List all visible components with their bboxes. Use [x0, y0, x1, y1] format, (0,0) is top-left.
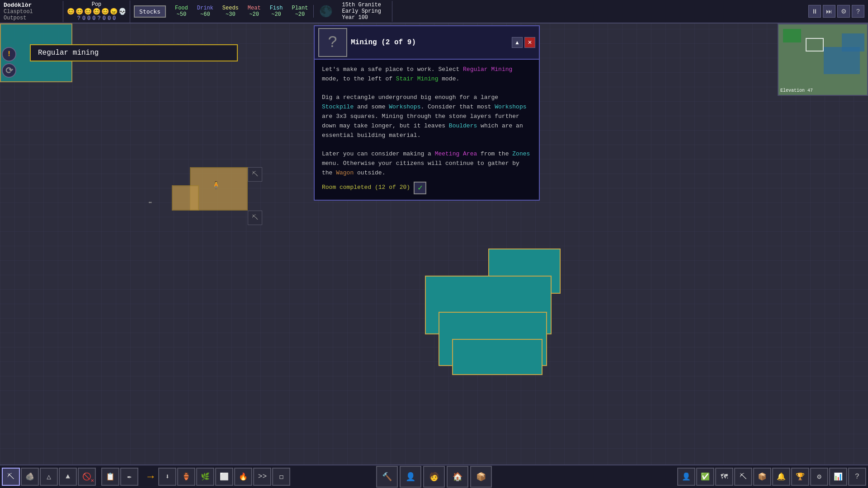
pickaxe-grid-2: ⛏ ⛏ ⛏ ⛏ ⛏ ⛏ ⛏ ⛏ [248, 211, 306, 239]
info-button[interactable]: ⟳ [2, 63, 16, 78]
plant-col: Plant ~20 [292, 5, 308, 18]
date-line3: Year 100 [342, 14, 368, 21]
stamp-tool-button[interactable]: 📋 [101, 468, 119, 486]
mood-row: 😊 😊 😊 😊 😊 😠 💀 [67, 8, 126, 15]
tutorial-controls: ▲ ✕ [512, 37, 535, 48]
toolbar-right: 👤 ✅ 🗺 ⛏ 📦 🔔 🏆 ⚙ 📊 ? [675, 468, 868, 486]
character-button[interactable]: 🧑 [423, 466, 445, 488]
fire-tool-button[interactable]: 🔥 [234, 468, 252, 486]
pickaxe-grid: ⛏ ⛏ ⛏ ⛏ ⛏ ⛏ ⛏ ⛏ ⛏ ⛏ ⛏ ⛏ [248, 167, 306, 211]
alert-button[interactable]: ! [2, 47, 16, 61]
stairs-tool-button[interactable]: ▲ [59, 468, 77, 486]
pop-num-3: 0 [87, 15, 90, 22]
fish-col: Fish ~20 [270, 5, 283, 18]
pop-num-4: 0 [92, 15, 95, 22]
drink-value: ~60 [200, 11, 210, 18]
minimap[interactable]: Elevation 47 [778, 23, 868, 96]
stocks-button[interactable]: Stocks [134, 5, 166, 18]
down-tool-button[interactable]: ⬇ [158, 468, 176, 486]
cancel-tool-button[interactable]: 🚫 [78, 468, 96, 486]
mood-icon-3: 😊 [84, 8, 92, 15]
highlight-workshops-1: Workshops [389, 103, 420, 110]
pickaxe-cell: ⛏ [248, 167, 262, 182]
inventory-button[interactable]: 📦 [470, 466, 492, 488]
fish-value: ~20 [271, 11, 281, 18]
meat-col: Meat ~20 [248, 5, 261, 18]
settlement-info: Dodóklòr Clasptool Outpost [0, 1, 63, 22]
bottom-toolbar: ⛏ 🪨 △ ▲ 🚫 📋 ✒ → ⬇ 🏺 🌿 ⬜ 🔥 >> ◻ 🔨 👤 🧑 🏠 📦… [0, 465, 868, 488]
tutorial-paragraph-3: Later you can consider making a Meeting … [322, 150, 532, 178]
pen-tool-button[interactable]: ✒ [120, 468, 138, 486]
meat-label: Meat [248, 5, 261, 11]
expand-tool-button[interactable]: >> [253, 468, 271, 486]
highlight-boulders: Boulders [449, 122, 477, 129]
mining-tool-button[interactable]: ⛏ [2, 468, 20, 486]
character-sprite: 🧍 [212, 181, 221, 190]
minimap-content: Elevation 47 [778, 24, 867, 95]
pause-button[interactable]: ⏸ [808, 5, 821, 18]
pop-num-2: 0 [82, 15, 85, 22]
erase-tool-button[interactable]: ◻ [272, 468, 290, 486]
side-nav: ! ⟳ [0, 45, 18, 80]
map-button[interactable]: 🗺 [715, 468, 733, 486]
stats-button[interactable]: 📊 [829, 468, 847, 486]
mining-label-text: Regular mining [38, 49, 99, 57]
tutorial-paragraph-1: Let's make a safe place to work. Select … [322, 65, 532, 84]
highlight-stair-mining: Stair Mining [396, 75, 439, 82]
tutorial-close-button[interactable]: ✕ [524, 37, 535, 48]
citizens-right-button[interactable]: 👤 [677, 468, 695, 486]
food-section: Food ~50 Drink ~60 Seeds ~30 Meat ~20 Fi… [170, 5, 314, 18]
mood-icon-7: 💀 [118, 8, 126, 15]
help-right-button[interactable]: ? [848, 468, 866, 486]
mood-icon-5: 😊 [101, 8, 109, 15]
achievements-button[interactable]: 🏆 [791, 468, 809, 486]
slope-tool-button[interactable]: △ [40, 468, 58, 486]
moon-icon: 🌑 [319, 5, 333, 18]
settings-button[interactable]: ⚙ [837, 5, 850, 18]
checkmark-button[interactable]: ✓ [414, 182, 426, 194]
tutorial-paragraph-2: Dig a rectangle underground big enough f… [322, 93, 532, 140]
carry-tool-button[interactable]: 🏺 [177, 468, 195, 486]
settings-right-button[interactable]: ⚙ [810, 468, 828, 486]
pop-num-8: 0 [113, 15, 116, 22]
colonist-button[interactable]: 👤 [400, 466, 421, 488]
tutorial-icon: ? [318, 28, 347, 57]
plant-tool-button[interactable]: 🌿 [196, 468, 214, 486]
seeds-col: Seeds ~30 [222, 5, 239, 18]
next-arrow-button[interactable]: → [147, 471, 154, 483]
date-line1: 15th Granite [342, 2, 381, 8]
room-completed-text: Room completed (12 of 20) [322, 183, 410, 192]
storage-button[interactable]: 📦 [753, 468, 771, 486]
tutorial-title: Mining (2 of 9) [351, 38, 512, 47]
hud-right-icons: ⏸ ⏭ ⚙ ? [808, 5, 868, 18]
stone-tool-button[interactable]: 🪨 [21, 468, 39, 486]
seeds-value: ~30 [226, 11, 236, 18]
build-button[interactable]: 🔨 [376, 466, 398, 488]
mood-icon-6: 😠 [110, 8, 118, 15]
highlight-zones: Zones [512, 150, 530, 157]
mining-label: Regular mining [30, 44, 238, 61]
pop-label: Pop [92, 1, 102, 8]
pickaxe-cell: ⛏ [248, 211, 262, 225]
pop-num-1: ? [77, 15, 80, 22]
top-hud: Dodóklòr Clasptool Outpost Pop 😊 😊 😊 😊 😊… [0, 0, 868, 23]
drink-col: Drink ~60 [197, 5, 213, 18]
help-button[interactable]: ? [852, 5, 864, 18]
date-line2: Early Spring [342, 8, 381, 14]
drink-label: Drink [197, 5, 213, 11]
pop-num-7: 0 [108, 15, 111, 22]
settlement-type: Clasptool [4, 9, 59, 15]
tutorial-body: Let's make a safe place to work. Select … [315, 60, 539, 200]
housing-button[interactable]: 🏠 [447, 466, 468, 488]
fish-label: Fish [270, 5, 283, 11]
tutorial-up-button[interactable]: ▲ [512, 37, 523, 48]
wall-tool-button[interactable]: ⬜ [215, 468, 233, 486]
alerts-button[interactable]: 🔔 [772, 468, 790, 486]
mining-right-button[interactable]: ⛏ [734, 468, 752, 486]
toolbar-center: 🔨 👤 🧑 🏠 📦 [376, 466, 492, 488]
fast-forward-button[interactable]: ⏭ [823, 5, 835, 18]
food-value: ~50 [177, 11, 187, 18]
tasks-button[interactable]: ✅ [696, 468, 714, 486]
elevation-label: Elevation 47 [780, 88, 813, 93]
highlight-meeting-area: Meeting Area [435, 150, 477, 157]
